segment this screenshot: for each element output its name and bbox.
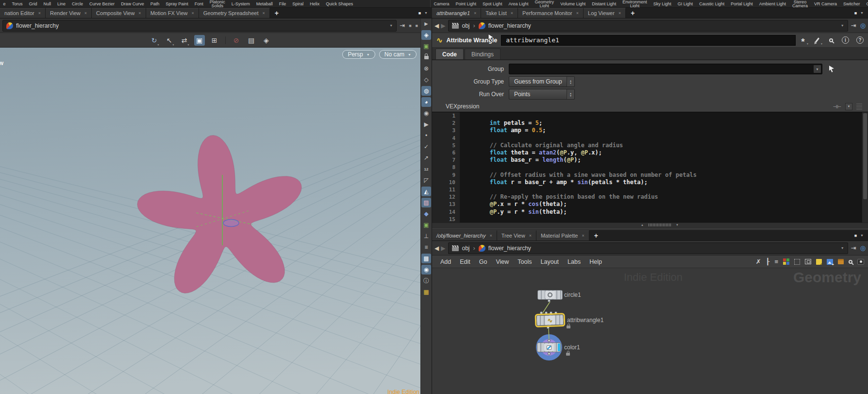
shelf-tool[interactable]: Point Light [452,2,480,6]
spinner-icon[interactable]: ▲▼ [567,77,574,86]
shelf-tool[interactable]: Volume Light [557,2,589,6]
pane-layout-icon[interactable]: ■ [854,233,857,238]
node-label[interactable]: attribwrangle1 [567,317,603,324]
node-circle1[interactable] [537,290,563,300]
view-tool-icon[interactable]: ↻▼ [149,35,160,46]
shelf-tool[interactable]: Spray Paint [163,2,192,6]
follow-selection-icon[interactable]: ◎ [860,22,866,29]
point-numbers-icon[interactable]: 12 [421,164,431,174]
shading-mode-icon[interactable]: ◈ [421,30,431,40]
shelf-tool[interactable]: Stereo Camera [789,0,811,7]
vex-menu-icon[interactable]: ▼ [845,103,852,110]
pin-pane-icon[interactable]: ⇥ [400,22,405,29]
quad-view-icon[interactable]: ▦ [421,287,431,297]
linked-panes-icon[interactable] [805,259,811,264]
search-icon[interactable] [828,36,835,44]
display-options-icon[interactable]: ◈ [261,35,272,46]
code-lines[interactable]: int petals = 5; float amp = 0.5; // Calc… [460,112,868,223]
chevron-down-icon[interactable]: ▼ [841,24,844,27]
shelf-tool[interactable]: e [0,2,9,6]
shelf-tool[interactable]: Caustic Light [696,2,728,6]
shelf-tool[interactable]: Distant Light [589,2,619,6]
shelf-tool[interactable]: Metaball [253,2,276,6]
shelf-tool[interactable]: Sky Light [650,2,674,6]
pane-tab[interactable]: Log Viewer× [584,8,626,18]
shelf-tool[interactable]: Draw Curve [118,2,148,6]
spinner-icon[interactable]: ▲▼ [567,89,574,99]
asset-box-icon[interactable] [838,259,844,264]
pane-tab[interactable]: Tree View× [497,230,536,240]
forward-arrow-icon[interactable]: ▶ [441,22,445,29]
camera-persp-pill[interactable]: Persp ▼ [342,50,375,59]
shelf-tool[interactable]: Portal Light [728,2,756,6]
shelf-tool[interactable]: Switcher [840,2,863,6]
pane-tab[interactable]: /obj/flower_hierarchy× [432,230,497,240]
run-over-dropdown[interactable]: Points ▲▼ [509,89,575,100]
close-icon[interactable]: × [576,11,579,16]
breadcrumb-node[interactable]: flower_hierarchy [488,245,531,252]
axis-display-icon[interactable]: ⊥ [421,231,431,241]
group-overlay-icon[interactable]: ▣ [421,220,431,230]
visualizers-icon[interactable]: ◉ [421,108,431,118]
viewer-path-field[interactable]: flower_hierarchy ▼ [2,20,397,32]
disable-lighting-icon[interactable]: ⊗ [421,64,431,73]
chevron-down-icon[interactable]: ▼ [860,11,864,15]
shelf-tool[interactable]: L-System [228,2,253,6]
pane-tab[interactable]: Material Palette× [536,230,589,240]
menu-layout[interactable]: Layout [536,258,564,265]
find-node-icon[interactable] [849,260,852,264]
shelf-tool[interactable]: G [863,2,868,6]
select-tool-icon[interactable]: ↖▼ [164,35,175,46]
sticky-note-icon[interactable] [816,259,822,265]
background-image-icon[interactable] [827,259,833,265]
shelf-tool[interactable]: Null [40,2,54,6]
chevron-down-icon[interactable]: ▼ [814,65,821,73]
close-icon[interactable]: × [582,233,584,238]
pane-layout-icon[interactable]: ■ [854,11,857,16]
new-tab-button[interactable]: + [626,8,639,18]
resize-grip[interactable] [856,103,862,110]
node-label[interactable]: color1 [564,344,580,351]
shelf-tool[interactable]: Curve Bezier [86,2,118,6]
box-pick-icon[interactable]: ⊞ [209,35,220,46]
network-breadcrumb[interactable]: obj › flower_hierarchy ▼ [448,242,848,254]
pane-tab[interactable]: Geometry Spreadsheet× [199,8,270,18]
tab-bindings[interactable]: Bindings [465,49,501,59]
shelf-tool[interactable]: Font [191,2,206,6]
tab-code[interactable]: Code [435,49,464,59]
close-icon[interactable]: × [138,11,141,16]
menu-edit[interactable]: Edit [455,258,475,265]
shelf-tool[interactable]: Area Light [505,2,532,6]
node-label[interactable]: circle1 [564,291,581,298]
group-input[interactable]: ▼ [509,64,822,74]
expression-plug-icon[interactable]: ⊣⊢ [833,104,841,109]
shelf-tool[interactable]: Spiral [289,2,307,6]
shelf-tool[interactable]: Platonic Solids [206,0,228,7]
chevron-down-icon[interactable]: ▼ [841,246,844,250]
pane-tab[interactable]: Composite View× [92,8,146,18]
pin-pane-icon[interactable]: ⇥ [851,22,856,29]
shelf-tool[interactable]: Circle [69,2,86,6]
uv-checker-icon[interactable]: ▨ [421,198,431,207]
display-flag[interactable] [558,343,560,351]
close-icon[interactable]: × [38,11,41,16]
code-horizontal-scrollbar[interactable]: ▲▼ [432,223,868,227]
shelf-tool[interactable]: Path [147,2,163,6]
no-cam-pill[interactable]: No cam ▼ [379,50,417,59]
close-icon[interactable]: × [511,11,513,16]
show-handles-icon[interactable]: ▣ [421,41,431,51]
move-tool-icon[interactable]: ⇄▼ [179,35,190,46]
new-tab-button[interactable]: + [270,8,284,18]
shelf-tool[interactable]: Camera [431,2,452,6]
pane-tab[interactable]: attribwrangle1× [432,8,481,18]
customize-tools-icon[interactable]: ✗ [756,258,761,265]
breadcrumb-root[interactable]: obj [462,245,469,252]
pane-tab[interactable]: Take List× [481,8,518,18]
chevron-down-icon[interactable]: ▼ [424,11,428,15]
background-image-icon[interactable]: ▩ [421,254,431,263]
back-arrow-icon[interactable]: ◀ [434,22,439,29]
shelf-tool[interactable]: Grid [26,2,40,6]
point-normals-icon[interactable]: ↗ [421,153,431,163]
back-arrow-icon[interactable]: ◀ [434,245,439,252]
close-icon[interactable]: × [529,233,532,238]
